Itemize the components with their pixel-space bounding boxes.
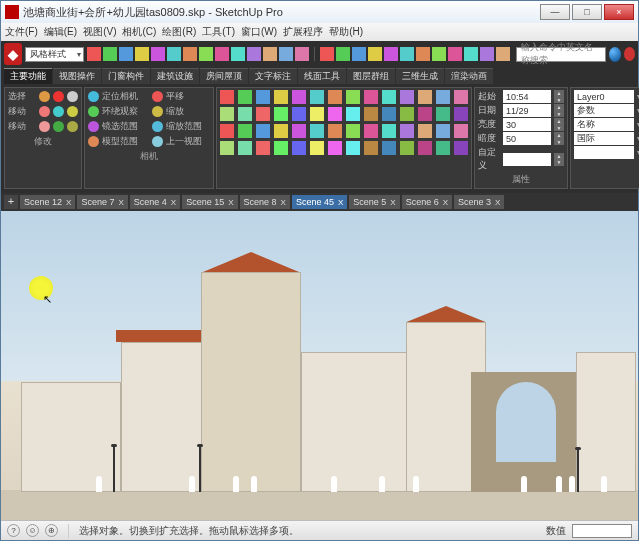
tool-tab[interactable]: 门窗构件 bbox=[102, 68, 150, 84]
camera-tool-icon[interactable] bbox=[88, 136, 99, 147]
tool-icon[interactable] bbox=[416, 47, 430, 61]
minimize-button[interactable]: — bbox=[540, 4, 570, 20]
camera-tool-icon[interactable] bbox=[88, 91, 99, 102]
scene-tab[interactable]: Scene 15X bbox=[182, 195, 237, 209]
tool-tab[interactable]: 视图操作 bbox=[53, 68, 101, 84]
tool-icon[interactable] bbox=[328, 107, 342, 121]
tool-icon[interactable] bbox=[400, 141, 414, 155]
tool-tab[interactable]: 主要功能 bbox=[4, 68, 52, 84]
panel-command[interactable]: 选择 bbox=[8, 90, 36, 103]
tool-icon[interactable] bbox=[151, 47, 165, 61]
scene-tab[interactable]: Scene 5X bbox=[349, 195, 399, 209]
spinner[interactable]: ▲▼ bbox=[554, 90, 564, 103]
tool-icon[interactable] bbox=[418, 107, 432, 121]
tool-icon[interactable] bbox=[67, 106, 78, 117]
tool-icon[interactable] bbox=[400, 124, 414, 138]
tool-icon[interactable] bbox=[454, 107, 468, 121]
tool-icon[interactable] bbox=[400, 107, 414, 121]
property-input[interactable]: 10:54 bbox=[503, 90, 551, 103]
tool-tab[interactable]: 建筑设施 bbox=[151, 68, 199, 84]
property-input[interactable]: 30 bbox=[503, 118, 551, 131]
scene-tab[interactable]: Scene 12X bbox=[20, 195, 75, 209]
tool-icon[interactable] bbox=[53, 91, 64, 102]
camera-tool-icon[interactable] bbox=[152, 91, 163, 102]
tool-icon[interactable] bbox=[238, 141, 252, 155]
tool-tab[interactable]: 图层群组 bbox=[347, 68, 395, 84]
tool-icon[interactable] bbox=[364, 90, 378, 104]
menu-extensions[interactable]: 扩展程序 bbox=[283, 25, 323, 39]
camera-tool-icon[interactable] bbox=[88, 121, 99, 132]
tool-icon[interactable] bbox=[39, 106, 50, 117]
tool-icon[interactable] bbox=[220, 124, 234, 138]
spinner[interactable]: ▲▼ bbox=[554, 104, 564, 117]
tool-icon[interactable] bbox=[496, 47, 510, 61]
tool-icon[interactable] bbox=[364, 124, 378, 138]
tool-icon[interactable] bbox=[436, 90, 450, 104]
tool-tab[interactable]: 线面工具 bbox=[298, 68, 346, 84]
tool-icon[interactable] bbox=[220, 107, 234, 121]
tool-icon[interactable] bbox=[183, 47, 197, 61]
camera-tool[interactable]: 模型范围 bbox=[102, 135, 146, 148]
tool-icon[interactable] bbox=[448, 47, 462, 61]
tool-icon[interactable] bbox=[418, 141, 432, 155]
tool-icon[interactable] bbox=[368, 47, 382, 61]
tool-tab[interactable]: 三维生成 bbox=[396, 68, 444, 84]
stop-icon[interactable] bbox=[624, 47, 635, 61]
command-search-input[interactable]: 输入命令中英文名称搜索 bbox=[516, 47, 606, 62]
tool-icon[interactable] bbox=[328, 90, 342, 104]
spinner[interactable]: ▲▼ bbox=[554, 118, 564, 131]
tool-icon[interactable] bbox=[464, 47, 478, 61]
tool-icon[interactable] bbox=[279, 47, 293, 61]
tool-icon[interactable] bbox=[328, 141, 342, 155]
tool-icon[interactable] bbox=[67, 121, 78, 132]
tool-icon[interactable] bbox=[328, 124, 342, 138]
camera-tool[interactable]: 环绕观察 bbox=[102, 105, 146, 118]
tool-icon[interactable] bbox=[346, 141, 360, 155]
close-scene-icon[interactable]: X bbox=[66, 198, 71, 207]
tool-icon[interactable] bbox=[220, 90, 234, 104]
tool-icon[interactable] bbox=[454, 124, 468, 138]
tool-icon[interactable] bbox=[384, 47, 398, 61]
tool-icon[interactable] bbox=[310, 90, 324, 104]
tool-icon[interactable] bbox=[274, 90, 288, 104]
tool-icon[interactable] bbox=[382, 124, 396, 138]
tool-icon[interactable] bbox=[436, 107, 450, 121]
style-dropdown[interactable]: 风格样式 bbox=[25, 47, 85, 62]
tool-icon[interactable] bbox=[480, 47, 494, 61]
tool-icon[interactable] bbox=[53, 106, 64, 117]
close-scene-icon[interactable]: X bbox=[171, 198, 176, 207]
tool-icon[interactable] bbox=[263, 47, 277, 61]
tool-icon[interactable] bbox=[220, 141, 234, 155]
tool-icon[interactable] bbox=[295, 47, 309, 61]
tool-icon[interactable] bbox=[382, 141, 396, 155]
tool-icon[interactable] bbox=[310, 124, 324, 138]
tool-icon[interactable] bbox=[103, 47, 117, 61]
scene-tab[interactable]: Scene 6X bbox=[402, 195, 452, 209]
layer-dropdown[interactable] bbox=[574, 146, 634, 159]
tool-icon[interactable] bbox=[382, 107, 396, 121]
tool-icon[interactable] bbox=[418, 90, 432, 104]
tool-icon[interactable] bbox=[256, 141, 270, 155]
tool-icon[interactable] bbox=[310, 141, 324, 155]
tool-tab[interactable]: 渲染动画 bbox=[445, 68, 493, 84]
tool-icon[interactable] bbox=[274, 124, 288, 138]
camera-tool-icon[interactable] bbox=[152, 106, 163, 117]
measurement-input[interactable] bbox=[572, 524, 632, 538]
tool-icon[interactable] bbox=[274, 107, 288, 121]
close-scene-icon[interactable]: X bbox=[390, 198, 395, 207]
tool-icon[interactable] bbox=[346, 90, 360, 104]
tool-icon[interactable] bbox=[39, 121, 50, 132]
tool-icon[interactable] bbox=[167, 47, 181, 61]
close-scene-icon[interactable]: X bbox=[495, 198, 500, 207]
tool-icon[interactable] bbox=[454, 141, 468, 155]
tool-icon[interactable] bbox=[292, 107, 306, 121]
spinner[interactable]: ▲▼ bbox=[554, 153, 564, 166]
tool-icon[interactable] bbox=[256, 90, 270, 104]
tool-icon[interactable] bbox=[215, 47, 229, 61]
camera-tool[interactable]: 缩放范围 bbox=[166, 120, 210, 133]
tool-icon[interactable] bbox=[238, 107, 252, 121]
camera-tool[interactable]: 定位相机 bbox=[102, 90, 146, 103]
menu-view[interactable]: 视图(V) bbox=[83, 25, 116, 39]
tool-icon[interactable] bbox=[400, 47, 414, 61]
tool-icon[interactable] bbox=[364, 107, 378, 121]
